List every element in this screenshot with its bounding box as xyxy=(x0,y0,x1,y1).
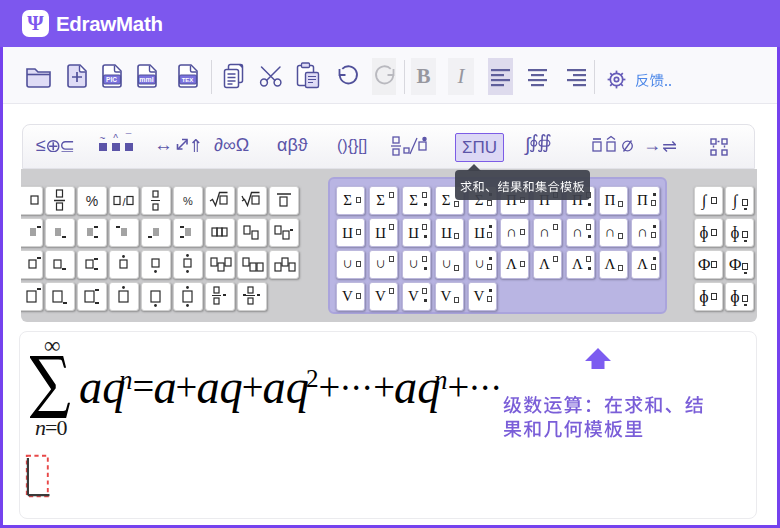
svg-text:TEX: TEX xyxy=(182,77,194,83)
svg-text:mml: mml xyxy=(139,76,153,83)
svg-text:%: % xyxy=(86,193,98,209)
svg-text:PIC: PIC xyxy=(106,76,117,83)
svg-text:/: / xyxy=(122,196,126,208)
svg-text:%: % xyxy=(183,195,193,207)
